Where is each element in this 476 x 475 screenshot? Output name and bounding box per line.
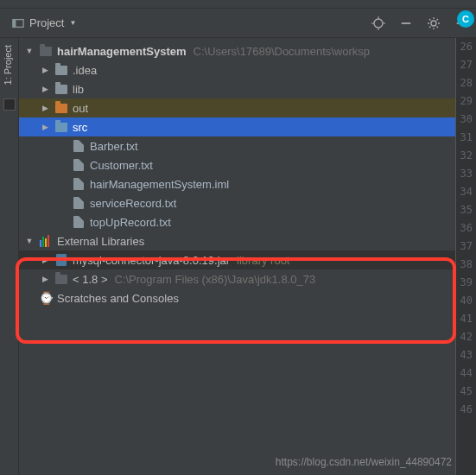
node-label: hairManagementSystem.iml	[90, 178, 229, 191]
expand-icon[interactable]	[40, 275, 50, 283]
node-suffix: library root	[237, 254, 289, 267]
node-label: out	[73, 102, 88, 115]
sidebar-tab-project[interactable]: 1: Project	[0, 38, 16, 92]
tree-node-scratches[interactable]: ⌚ Scratches and Consoles	[19, 288, 455, 307]
gear-icon[interactable]	[426, 16, 441, 31]
node-label: lib	[73, 83, 84, 96]
file-icon	[71, 215, 86, 229]
svg-line-14	[437, 26, 439, 28]
line-number: 35	[456, 201, 476, 219]
tree-node-file[interactable]: topUpRecord.txt	[19, 212, 455, 231]
avatar[interactable]: C	[457, 10, 474, 28]
expand-icon[interactable]	[40, 123, 50, 131]
view-selector-label: Project	[29, 16, 64, 29]
line-number: 40	[456, 292, 476, 310]
svg-line-16	[437, 19, 439, 21]
node-label: topUpRecord.txt	[90, 216, 171, 229]
line-number: 26	[456, 38, 476, 56]
tree-node-library[interactable]: mysql-connector-java-8.0.19.jar library …	[19, 250, 455, 269]
node-label: < 1.8 >	[73, 273, 107, 286]
expand-icon[interactable]	[24, 47, 35, 55]
line-number: 44	[456, 364, 476, 383]
expand-icon[interactable]	[24, 237, 35, 245]
line-number: 32	[456, 147, 476, 165]
watermark-text: https://blog.csdn.net/weixin_44890472	[276, 456, 452, 468]
tree-node-external-libraries[interactable]: External Libraries	[19, 231, 455, 250]
sidebar-tab-structure[interactable]	[3, 98, 16, 111]
libraries-icon	[38, 234, 54, 248]
tree-node-file[interactable]: hairManagementSystem.iml	[19, 174, 455, 193]
expand-icon[interactable]	[40, 66, 50, 74]
line-number: 43	[456, 346, 476, 364]
project-tree[interactable]: hairManagementSystem C:\Users\17689\Docu…	[19, 38, 455, 311]
breadcrumb	[0, 0, 476, 9]
line-number: 39	[456, 274, 476, 292]
jdk-icon	[54, 272, 69, 286]
line-number: 41	[456, 310, 476, 328]
svg-line-13	[429, 19, 431, 21]
line-number: 31	[456, 129, 476, 147]
line-number: 46	[456, 401, 476, 419]
line-number: 30	[456, 111, 476, 129]
node-label: External Libraries	[57, 235, 144, 248]
line-number: 38	[456, 256, 476, 274]
line-number: 29	[456, 92, 476, 111]
expand-icon[interactable]	[40, 85, 50, 93]
module-icon	[38, 44, 54, 58]
line-number: 45	[456, 383, 476, 401]
tree-node-folder-out[interactable]: out	[19, 98, 455, 117]
node-label: Scratches and Consoles	[57, 292, 179, 305]
tool-window-bar: 1: Project	[0, 38, 19, 475]
chevron-down-icon: ▼	[69, 19, 76, 27]
folder-icon	[54, 63, 69, 77]
tree-node-folder[interactable]: lib	[19, 79, 455, 98]
node-label: Customer.txt	[90, 159, 153, 172]
project-tree-panel: hairManagementSystem C:\Users\17689\Docu…	[19, 38, 455, 475]
project-toolbar: Project ▼	[0, 9, 476, 38]
file-icon	[71, 177, 86, 191]
tree-node-file[interactable]: serviceRecord.txt	[19, 193, 455, 212]
svg-rect-1	[13, 19, 16, 27]
node-suffix: C:\Program Files (x86)\Java\jdk1.8.0_73	[114, 273, 315, 286]
node-label: mysql-connector-java-8.0.19.jar	[73, 254, 230, 267]
expand-icon[interactable]	[40, 104, 50, 112]
tree-node-file[interactable]: Barber.txt	[19, 136, 455, 155]
node-label: Barber.txt	[90, 140, 138, 153]
jar-icon	[54, 253, 69, 267]
line-number: 42	[456, 328, 476, 346]
scratches-icon: ⌚	[38, 291, 54, 305]
tree-node-folder[interactable]: .idea	[19, 60, 455, 79]
folder-icon	[54, 101, 69, 115]
line-number: 37	[456, 238, 476, 256]
file-icon	[71, 139, 86, 153]
collapse-icon[interactable]	[398, 16, 414, 31]
line-number: 27	[456, 56, 476, 74]
line-number: 33	[456, 165, 476, 183]
svg-line-15	[429, 26, 431, 28]
svg-point-2	[374, 19, 383, 28]
tree-node-file[interactable]: Customer.txt	[19, 155, 455, 174]
node-label: .idea	[73, 64, 97, 77]
line-number: 34	[456, 183, 476, 201]
folder-icon	[54, 120, 69, 134]
file-icon	[71, 196, 86, 210]
node-label: hairManagementSystem	[57, 45, 187, 58]
file-icon	[71, 158, 86, 172]
tree-node-library[interactable]: < 1.8 > C:\Program Files (x86)\Java\jdk1…	[19, 269, 455, 288]
expand-icon[interactable]	[40, 256, 50, 264]
view-selector[interactable]: Project ▼	[7, 15, 81, 31]
node-label: src	[73, 121, 87, 134]
line-number: 36	[456, 219, 476, 238]
locate-icon[interactable]	[371, 16, 386, 31]
project-view-icon	[12, 17, 24, 29]
tree-node-folder-src[interactable]: src	[19, 117, 455, 136]
node-label: serviceRecord.txt	[90, 197, 176, 210]
tree-node-root[interactable]: hairManagementSystem C:\Users\17689\Docu…	[19, 41, 455, 60]
editor-gutter: 2627282930313233343536373839404142434445…	[455, 38, 476, 475]
folder-icon	[54, 82, 69, 96]
node-path: C:\Users\17689\Documents\worksp	[194, 45, 370, 58]
svg-point-8	[431, 21, 436, 26]
line-number: 28	[456, 74, 476, 92]
